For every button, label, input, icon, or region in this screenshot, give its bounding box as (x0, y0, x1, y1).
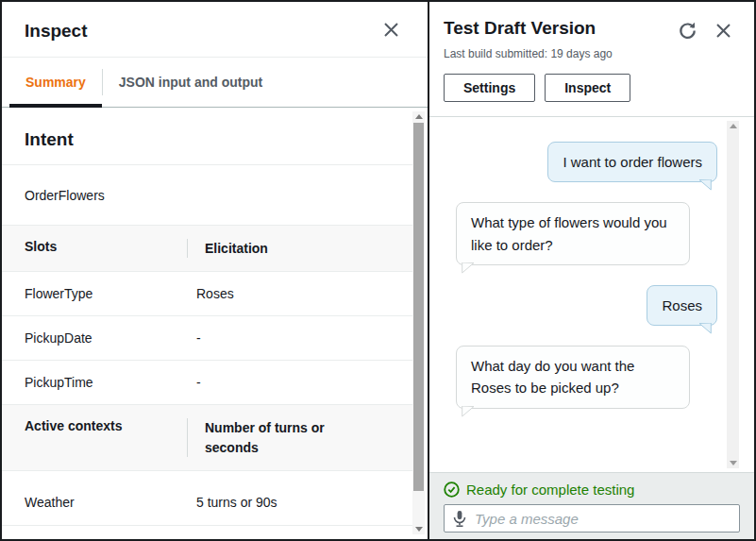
slot-name: PickupTime (2, 361, 196, 404)
chat-scrollbar[interactable] (727, 121, 739, 468)
microphone-icon[interactable] (453, 510, 466, 528)
slots-table-header: Slots Elicitation (2, 226, 414, 272)
inspect-close-button[interactable] (383, 22, 399, 41)
message-input[interactable] (475, 511, 731, 527)
test-title: Test Draft Version (444, 18, 596, 39)
test-close-button[interactable] (715, 23, 731, 42)
slots-col-header: Slots (2, 239, 187, 258)
refresh-icon (678, 21, 697, 43)
slot-name: PickupDate (2, 316, 196, 360)
close-icon (383, 22, 399, 41)
scrollbar-thumb[interactable] (413, 123, 424, 491)
active-contexts-col-header: Active contexts (2, 418, 187, 457)
bubble-tail (698, 323, 712, 334)
context-value: 2 turns or 30s (196, 526, 414, 537)
slot-value: - (196, 316, 414, 360)
inspect-tabs: Summary JSON input and output (2, 58, 428, 108)
status-row: Ready for complete testing (444, 482, 740, 498)
table-row: Traffic 2 turns or 30s (2, 526, 414, 537)
last-build-text: Last build submitted: 19 days ago (444, 47, 731, 60)
turns-col-header: Number of turns or seconds (188, 418, 414, 457)
inspect-panel: Inspect Summary JSON input and output In… (2, 2, 428, 539)
slot-value: - (196, 361, 414, 404)
test-header: Test Draft Version (429, 2, 754, 117)
table-row: Weather 5 turns or 90s (2, 471, 414, 526)
chat-area: I want to order flowers What type of flo… (429, 117, 754, 472)
message-text: What type of flowers would you like to o… (471, 214, 667, 252)
chat-message-user: I want to order flowers (456, 142, 720, 182)
inspect-content: Intent OrderFlowers Slots Elicitation Fl… (2, 108, 414, 537)
message-text: What day do you want the Roses to be pic… (471, 358, 634, 396)
inspect-header: Inspect (2, 2, 428, 58)
chat-message-user: Roses (456, 285, 720, 326)
tab-json-input-output[interactable]: JSON input and output (103, 58, 278, 107)
slot-value: Roses (196, 272, 414, 315)
tab-summary[interactable]: Summary (9, 58, 102, 107)
chat-message-bot: What day do you want the Roses to be pic… (456, 346, 720, 409)
bubble-tail (462, 262, 475, 274)
status-text: Ready for complete testing (466, 482, 634, 498)
intent-heading: Intent (2, 108, 414, 165)
table-row: PickupDate - (2, 316, 414, 361)
inspect-title: Inspect (25, 21, 88, 42)
chat-footer: Ready for complete testing (429, 472, 754, 539)
scroll-down-icon[interactable] (727, 458, 739, 468)
contexts-table-header: Active contexts Number of turns or secon… (2, 405, 414, 471)
test-panel: Test Draft Version (428, 2, 754, 539)
elicitation-col-header: Elicitation (188, 239, 414, 258)
table-row: PickupTime - (2, 361, 414, 405)
close-icon (715, 23, 731, 42)
check-circle-icon (444, 482, 460, 498)
refresh-button[interactable] (678, 21, 697, 43)
context-name: Traffic (2, 526, 196, 537)
context-name: Weather (2, 471, 196, 525)
scroll-down-icon[interactable] (412, 524, 425, 534)
table-row: FlowerType Roses (2, 272, 414, 316)
scroll-up-icon[interactable] (727, 121, 739, 131)
message-text: Roses (662, 297, 702, 313)
chat-message-bot: What type of flowers would you like to o… (456, 202, 720, 265)
bubble-tail (698, 179, 712, 191)
dialog-window: Inspect Summary JSON input and output In… (0, 0, 756, 541)
intent-name: OrderFlowers (2, 165, 414, 226)
context-value: 5 turns or 90s (196, 471, 414, 525)
message-text: I want to order flowers (563, 154, 702, 170)
bubble-tail (462, 406, 475, 417)
slot-name: FlowerType (2, 272, 196, 315)
scroll-up-icon[interactable] (412, 111, 425, 122)
message-input-box[interactable] (444, 504, 740, 533)
inspect-button[interactable]: Inspect (545, 74, 630, 102)
settings-button[interactable]: Settings (444, 74, 535, 102)
inspect-scrollbar[interactable] (412, 111, 425, 534)
